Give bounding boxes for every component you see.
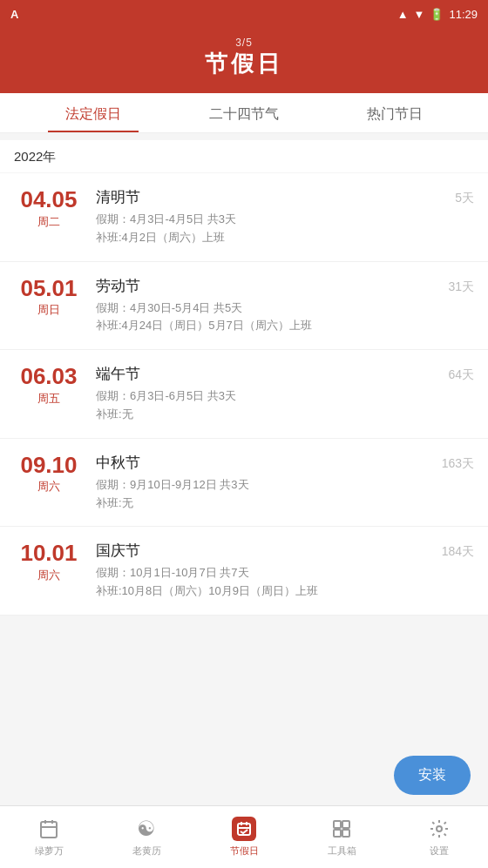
holiday-date-labor: 05.01 周日 bbox=[14, 276, 84, 319]
holiday-info-national: 国庆节 假期：10月1日-10月7日 共7天 补班:10月8日（周六）10月9日… bbox=[96, 541, 430, 601]
holiday-detail2-midautumn: 补班:无 bbox=[96, 495, 430, 513]
holiday-name-qingming: 清明节 bbox=[96, 187, 430, 207]
holiday-detail1-qingming: 假期：4月3日-4月5日 共3天 bbox=[96, 211, 430, 229]
holiday-detail1-duanwu: 假期：6月3日-6月5日 共3天 bbox=[96, 387, 430, 406]
holiday-date-midautumn: 09.10 周六 bbox=[14, 453, 84, 495]
svg-rect-0 bbox=[41, 822, 57, 838]
nav-item-settings[interactable]: 设置 bbox=[390, 810, 488, 865]
holiday-detail2-labor: 补班:4月24日（周日）5月7日（周六）上班 bbox=[96, 317, 430, 335]
header-subtitle: 3/5 bbox=[0, 37, 488, 49]
tab-legal-holiday[interactable]: 法定假日 bbox=[17, 93, 168, 132]
holiday-icon bbox=[232, 817, 256, 841]
holiday-date-week-duanwu: 周五 bbox=[14, 391, 84, 407]
nav-label-holiday: 节假日 bbox=[230, 844, 259, 858]
holiday-date-week-qingming: 周二 bbox=[14, 214, 84, 230]
holiday-info-duanwu: 端午节 假期：6月3日-6月5日 共3天 补班:无 bbox=[96, 364, 430, 424]
nav-label-almanac: 老黄历 bbox=[132, 844, 161, 858]
tab-solar-terms[interactable]: 二十四节气 bbox=[168, 93, 319, 132]
holiday-item-midautumn: 09.10 周六 中秋节 假期：9月10日-9月12日 共3天 补班:无 163… bbox=[0, 439, 488, 528]
holiday-item-qingming: 04.05 周二 清明节 假期：4月3日-4月5日 共3天 补班:4月2日（周六… bbox=[0, 173, 488, 262]
holiday-item-national: 10.01 周六 国庆节 假期：10月1日-10月7日 共7天 补班:10月8日… bbox=[0, 527, 488, 616]
nav-item-holiday[interactable]: 节假日 bbox=[195, 810, 293, 865]
svg-rect-10 bbox=[334, 830, 341, 837]
holiday-info-midautumn: 中秋节 假期：9月10日-9月12日 共3天 补班:无 bbox=[96, 453, 430, 513]
holiday-days-labor: 31天 bbox=[430, 276, 474, 295]
holiday-info-qingming: 清明节 假期：4月3日-4月5日 共3天 补班:4月2日（周六）上班 bbox=[96, 187, 430, 247]
holiday-date-national: 10.01 周六 bbox=[14, 541, 84, 583]
holiday-detail2-national: 补班:10月8日（周六）10月9日（周日）上班 bbox=[96, 582, 430, 601]
holiday-list: 04.05 周二 清明节 假期：4月3日-4月5日 共3天 补班:4月2日（周六… bbox=[0, 173, 488, 616]
nav-item-almanac[interactable]: ☯ 老黄历 bbox=[98, 810, 195, 865]
settings-icon bbox=[427, 817, 451, 841]
toolbox-icon bbox=[329, 817, 354, 841]
holiday-date-num-duanwu: 06.03 bbox=[14, 364, 84, 389]
holiday-item-duanwu: 06.03 周五 端午节 假期：6月3日-6月5日 共3天 补班:无 64天 bbox=[0, 350, 488, 439]
holiday-date-duanwu: 06.03 周五 bbox=[14, 364, 84, 407]
holiday-info-labor: 劳动节 假期：4月30日-5月4日 共5天 补班:4月24日（周日）5月7日（周… bbox=[96, 276, 430, 336]
svg-point-12 bbox=[437, 826, 442, 831]
status-right: ▲ ▼ 🔋 11:29 bbox=[397, 8, 478, 21]
holiday-date-week-midautumn: 周六 bbox=[14, 479, 84, 495]
holiday-date-qingming: 04.05 周二 bbox=[14, 187, 84, 230]
holiday-date-num-national: 10.01 bbox=[14, 541, 84, 566]
bottom-nav: 绿萝万 ☯ 老黄历 节假日 bbox=[0, 805, 488, 868]
status-time: 11:29 bbox=[449, 8, 478, 21]
holiday-item-labor: 05.01 周日 劳动节 假期：4月30日-5月4日 共5天 补班:4月24日（… bbox=[0, 262, 488, 351]
holiday-name-midautumn: 中秋节 bbox=[96, 453, 430, 473]
holiday-date-week-national: 周六 bbox=[14, 568, 84, 583]
holiday-date-week-labor: 周日 bbox=[14, 302, 84, 318]
nav-label-settings: 设置 bbox=[430, 844, 449, 858]
holiday-days-duanwu: 64天 bbox=[430, 364, 474, 383]
holiday-name-national: 国庆节 bbox=[96, 541, 430, 561]
holiday-days-national: 184天 bbox=[430, 541, 474, 560]
holiday-detail1-labor: 假期：4月30日-5月4日 共5天 bbox=[96, 299, 430, 318]
holiday-name-duanwu: 端午节 bbox=[96, 364, 430, 384]
svg-rect-11 bbox=[342, 830, 349, 837]
install-button[interactable]: 安装 bbox=[394, 756, 471, 795]
status-battery: 🔋 bbox=[430, 8, 444, 21]
nav-item-calendar[interactable]: 绿萝万 bbox=[0, 810, 98, 865]
yinyang-icon: ☯ bbox=[134, 817, 159, 841]
nav-label-calendar: 绿萝万 bbox=[35, 844, 64, 858]
nav-label-toolbox: 工具箱 bbox=[328, 844, 356, 858]
holiday-days-qingming: 5天 bbox=[430, 187, 474, 206]
holiday-detail2-qingming: 补班:4月2日（周六）上班 bbox=[96, 229, 430, 247]
holiday-date-num-midautumn: 09.10 bbox=[14, 453, 84, 478]
holiday-date-num-labor: 05.01 bbox=[14, 276, 84, 301]
status-bar: A ▲ ▼ 🔋 11:29 bbox=[0, 0, 488, 28]
holiday-detail2-duanwu: 补班:无 bbox=[96, 406, 430, 424]
header-title: 节假日 bbox=[0, 49, 488, 79]
svg-rect-8 bbox=[334, 821, 341, 828]
tab-bar: 法定假日 二十四节气 热门节日 bbox=[0, 93, 488, 133]
holiday-detail1-national: 假期：10月1日-10月7日 共7天 bbox=[96, 564, 430, 582]
header: 3/5 节假日 bbox=[0, 28, 488, 93]
year-label: 2022年 bbox=[0, 140, 488, 172]
tab-popular-holiday[interactable]: 热门节日 bbox=[320, 93, 471, 132]
nav-item-toolbox[interactable]: 工具箱 bbox=[293, 810, 390, 865]
status-wifi: ▼ bbox=[414, 8, 425, 21]
holiday-name-labor: 劳动节 bbox=[96, 276, 430, 296]
holiday-days-midautumn: 163天 bbox=[430, 453, 474, 472]
svg-rect-9 bbox=[342, 821, 349, 828]
status-carrier: A bbox=[10, 8, 18, 21]
holiday-date-num-qingming: 04.05 bbox=[14, 187, 84, 212]
holiday-detail1-midautumn: 假期：9月10日-9月12日 共3天 bbox=[96, 476, 430, 495]
calendar-icon bbox=[37, 817, 61, 841]
status-signal: ▲ bbox=[397, 8, 409, 21]
